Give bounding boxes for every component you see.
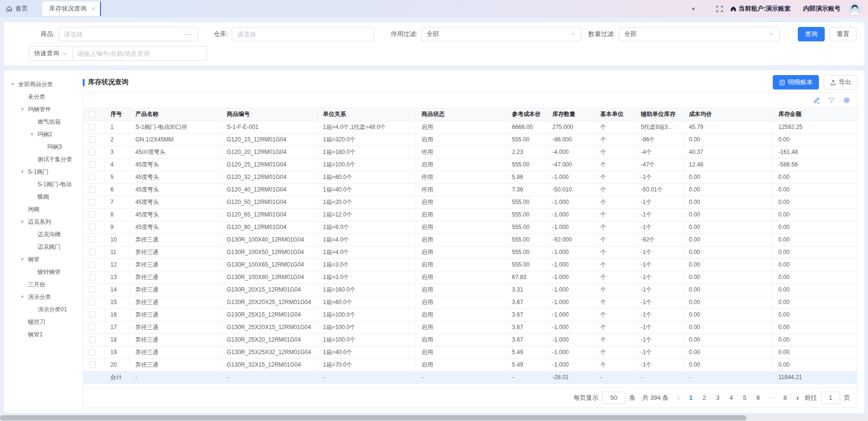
avatar[interactable] [848, 2, 861, 15]
table-row[interactable]: 845度弯头G120_65_12RM01G041箱=12.0个启用555.00-… [83, 208, 857, 221]
table-row[interactable]: 12异径三通G130R_100X65_12RM01G041箱=3.0个启用555… [83, 258, 857, 271]
disabled-filter-value[interactable] [427, 31, 570, 38]
table-row[interactable]: 15异径三通G130R_20X20X25_12RM01G041箱=60.0个启用… [83, 296, 857, 308]
sidebar-item[interactable]: ▼S-1阀门 [4, 166, 76, 178]
sidebar-item[interactable]: ▼钢管 [4, 253, 76, 266]
qty-filter-select[interactable] [619, 27, 780, 41]
tree-expand-icon[interactable]: ▼ [20, 107, 28, 112]
tenant-info[interactable]: 当前租户:演示账套 [730, 4, 791, 13]
column-header[interactable]: 单位关系 [317, 108, 415, 121]
row-checkbox[interactable] [89, 324, 96, 331]
column-header[interactable]: 商品状态 [415, 108, 506, 121]
page-number[interactable]: 1 [686, 394, 696, 401]
tree-expand-icon[interactable]: ▼ [20, 169, 28, 174]
search-button[interactable]: 查询 [798, 27, 825, 41]
row-checkbox[interactable] [89, 299, 96, 306]
column-header[interactable]: 库存金额 [772, 108, 857, 121]
sidebar-item[interactable]: ▼全部商品分类 [4, 78, 76, 90]
column-header[interactable]: 辅助单位库存 [635, 108, 683, 121]
row-checkbox[interactable] [89, 136, 96, 143]
sidebar-item[interactable]: S-1阀门-电动 [4, 178, 76, 191]
goto-page-input[interactable] [821, 392, 840, 404]
table-row[interactable]: 11异径三通G130R_100X50_12RM01G041箱=4.0个启用555… [83, 246, 857, 258]
table-row[interactable]: 10异径三通G130R_100X40_12RM01G041箱=4.0个启用555… [83, 233, 857, 246]
sidebar-item[interactable]: 蝶阀 [4, 191, 76, 203]
sidebar-item[interactable]: 闸阀 [4, 203, 76, 216]
filter-icon[interactable] [828, 97, 835, 104]
next-page-icon[interactable]: › [794, 394, 801, 402]
table-row[interactable]: 13异径三通G130R_100X80_12RM01G041箱=3.0个启用67.… [83, 271, 857, 283]
row-checkbox[interactable] [89, 286, 96, 293]
prev-page-icon[interactable]: ‹ [675, 394, 681, 402]
quick-query-input[interactable] [73, 46, 207, 61]
table-row[interactable]: 17异径三通G130R_25X20X15_12RM01G041箱=100.0个启… [83, 321, 857, 333]
sidebar-item[interactable]: 三月份 [4, 278, 76, 291]
table-row[interactable]: 545度弯头G120_32_12RM01G041箱=60.0个停用5.86-1.… [83, 171, 857, 183]
row-checkbox[interactable] [89, 224, 96, 230]
sidebar-item[interactable]: ▼玛钢2 [4, 128, 76, 140]
product-select[interactable]: ··· [59, 27, 198, 41]
table-row[interactable]: 14异径三通G130R_20X15_12RM01G041箱=160.0个启用3.… [83, 283, 857, 296]
select-all-checkbox[interactable] [89, 111, 96, 118]
column-header[interactable]: 参考成本价 [506, 108, 546, 121]
column-header[interactable]: 基本单位 [594, 108, 635, 121]
column-header[interactable]: 库存数量 [546, 108, 594, 121]
row-checkbox[interactable] [89, 361, 96, 368]
column-header[interactable]: 成本均价 [683, 108, 772, 121]
sidebar-item[interactable]: 螺丝刀 [4, 316, 76, 328]
table-row[interactable]: 18异径三通G130R_25X20_12RM01G041箱=100.0个启用3.… [83, 333, 857, 346]
table-row[interactable]: 2GN 1/2X45MMG120_15_12RM01G041箱=320.0个启用… [83, 133, 857, 146]
tree-expand-icon[interactable]: ▼ [11, 82, 18, 87]
product-input[interactable] [64, 31, 185, 38]
row-checkbox[interactable] [89, 349, 96, 356]
table-row[interactable]: 20异径三通G130R_32X15_12RM01G041箱=70.0个启用5.4… [83, 358, 857, 371]
reset-button[interactable]: 重置 [830, 27, 856, 41]
page-number[interactable]: 5 [740, 394, 750, 401]
tree-expand-icon[interactable]: ▼ [20, 257, 28, 262]
row-checkbox[interactable] [89, 274, 96, 281]
page-number[interactable]: 2 [699, 394, 710, 401]
sidebar-item[interactable]: ▼演示分类 [4, 291, 76, 303]
sidebar-item[interactable]: 玛钢3 [4, 140, 76, 153]
row-checkbox[interactable] [89, 261, 96, 268]
tab-inventory-query[interactable]: 库存状况查询 × [42, 1, 101, 16]
column-header[interactable]: 产品名称 [129, 108, 221, 121]
sidebar-item[interactable]: 钢管1 [4, 328, 76, 341]
row-checkbox[interactable] [89, 336, 96, 343]
table-row[interactable]: 745度弯头G120_50_12RM01G041箱=20.0个启用555.00-… [83, 196, 857, 208]
gear-icon[interactable] [843, 97, 850, 104]
table-row[interactable]: 1S-1阀门-电动30口径S-1-F-E-0011箱=4.0个,1托盘=48.0… [83, 121, 857, 133]
sidebar-item[interactable]: ▼迈克系列 [4, 216, 76, 228]
page-number[interactable]: 4 [726, 394, 737, 401]
row-checkbox[interactable] [89, 211, 96, 218]
fullscreen-icon[interactable] [716, 5, 723, 13]
sidebar-item[interactable]: 未分类 [4, 90, 76, 103]
tree-expand-icon[interactable]: ▼ [30, 132, 38, 137]
tree-expand-icon[interactable]: ▼ [20, 294, 28, 299]
qty-filter-value[interactable] [624, 31, 768, 38]
page-number[interactable]: 3 [713, 394, 723, 401]
account-name[interactable]: 内部演示账号 [803, 4, 841, 13]
column-header[interactable]: 商品编号 [221, 108, 317, 121]
scrollbar-thumb[interactable] [0, 415, 746, 421]
sidebar-item[interactable]: 迈克阀门 [4, 241, 76, 253]
product-more-icon[interactable]: ··· [185, 31, 193, 38]
table-row[interactable]: 345////度弯头G120_20_12RM01G041箱=180.0个停用2.… [83, 146, 857, 158]
sidebar-item[interactable]: 镀锌钢管 [4, 266, 76, 278]
home-nav[interactable]: 首页 [6, 4, 28, 13]
sidebar-item[interactable]: 迈克沟槽 [4, 228, 76, 241]
table-row[interactable]: 445度弯头G120_25_12RM01G041箱=100.0个启用555.00… [83, 158, 857, 171]
edit-icon[interactable] [813, 97, 820, 104]
export-button[interactable]: 导出 [824, 75, 857, 89]
tab-close-icon[interactable]: × [91, 5, 95, 12]
chevron-down-icon[interactable]: ▼ [691, 6, 696, 12]
table-row[interactable]: 945度弯头G120_80_12RM01G041箱=8.0个启用555.00-1… [83, 221, 857, 233]
warehouse-select[interactable] [232, 27, 374, 41]
sidebar-item[interactable]: 测试子集分类 [4, 153, 76, 166]
sidebar-item[interactable]: 演示分类01 [4, 303, 76, 316]
row-checkbox[interactable] [89, 199, 96, 205]
row-checkbox[interactable] [89, 249, 96, 255]
row-checkbox[interactable] [89, 161, 96, 168]
row-checkbox[interactable] [89, 311, 96, 318]
row-checkbox[interactable] [89, 174, 96, 180]
